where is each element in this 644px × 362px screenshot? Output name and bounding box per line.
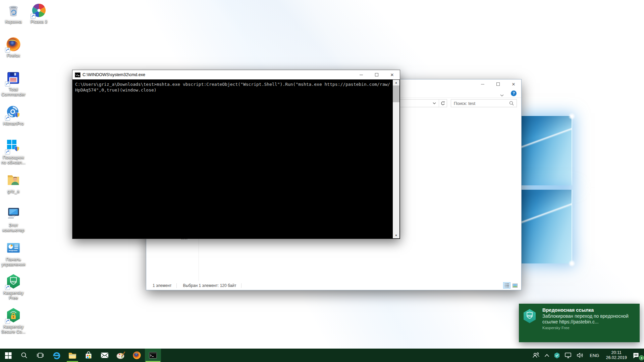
search-icon[interactable] bbox=[509, 101, 514, 106]
taskbar-clock[interactable]: 20:11 26.02.2019 bbox=[602, 349, 630, 362]
desktop-icon-label: Picasa 3 bbox=[25, 19, 52, 24]
cmd-icon bbox=[149, 352, 157, 359]
maximize-icon bbox=[375, 73, 378, 76]
show-hidden-icons-button[interactable] bbox=[542, 349, 552, 362]
details-view-button[interactable] bbox=[503, 282, 511, 289]
address-dropdown-button[interactable] bbox=[430, 100, 439, 107]
chevron-down-icon bbox=[500, 94, 504, 97]
start-button[interactable] bbox=[0, 349, 16, 362]
refresh-button[interactable] bbox=[439, 100, 447, 107]
desktop: Корзина Picasa 3 bbox=[0, 0, 644, 362]
desktop-icon-firefox[interactable]: Firefox bbox=[0, 37, 27, 58]
explorer-minimize-button[interactable] bbox=[475, 79, 490, 89]
taskbar-cmd-button[interactable] bbox=[145, 349, 161, 362]
volume-tray-icon[interactable] bbox=[574, 349, 586, 362]
task-view-button[interactable] bbox=[32, 349, 48, 362]
shortcut-arrow-icon bbox=[5, 285, 10, 290]
cmd-maximize-button[interactable] bbox=[369, 70, 384, 79]
scrollbar-thumb[interactable] bbox=[393, 85, 399, 102]
thumbnail-view-button[interactable] bbox=[511, 282, 519, 289]
search-query-text: Поиск: test bbox=[454, 101, 509, 106]
desktop-icon-label: Этот компьютер bbox=[0, 223, 27, 233]
taskbar-firefox-button[interactable] bbox=[129, 349, 145, 362]
notification-title: Вредоносная ссылка bbox=[542, 307, 630, 313]
cmd-titlebar[interactable]: C:\WINDOWS\system32\cmd.exe ✕ bbox=[72, 70, 400, 79]
microsoft-store-icon bbox=[84, 351, 93, 360]
desktop-icon-hitmanpro[interactable]: HitmanPro bbox=[0, 105, 27, 126]
desktop-icon-label: Корзина bbox=[0, 19, 27, 24]
kaspersky-tray-icon[interactable] bbox=[552, 349, 562, 362]
action-center-button[interactable]: 3 bbox=[630, 349, 644, 362]
notification-body: Заблокирован переход по вредоносной ссыл… bbox=[542, 313, 630, 325]
expand-ribbon-button[interactable] bbox=[500, 92, 504, 98]
clock-time: 20:11 bbox=[606, 350, 627, 355]
kaspersky-notification[interactable]: FREE Вредоносная ссылка Заблокирован пер… bbox=[519, 304, 640, 342]
desktop-icon-control-panel[interactable]: Панель управления bbox=[0, 240, 27, 267]
language-indicator[interactable]: ENG bbox=[586, 349, 602, 362]
desktop-icon-label: griz_a bbox=[0, 189, 27, 194]
console-line: C:\Users\griz_a\Downloads\test>mshta.exe… bbox=[75, 81, 393, 87]
svg-text:FREE: FREE bbox=[527, 315, 533, 317]
desktop-icon-this-pc[interactable]: Этот компьютер bbox=[0, 206, 27, 233]
explorer-maximize-button[interactable] bbox=[490, 79, 506, 89]
cmd-scrollbar[interactable]: ▲ ▼ bbox=[393, 80, 399, 238]
desktop-icon-user-folder[interactable]: griz_a bbox=[0, 172, 27, 194]
status-items-count: 1 элемент bbox=[153, 283, 172, 288]
close-icon: ✕ bbox=[390, 73, 394, 77]
taskbar-search-button[interactable] bbox=[16, 349, 32, 362]
shortcut-arrow-icon bbox=[5, 48, 10, 53]
task-view-icon bbox=[37, 352, 44, 358]
firefox-icon bbox=[132, 351, 141, 360]
people-button[interactable] bbox=[530, 349, 542, 362]
file-explorer-icon bbox=[68, 351, 77, 359]
desktop-icon-recycle-bin[interactable]: Корзина bbox=[0, 3, 27, 24]
kaspersky-free-badge-icon: FREE bbox=[523, 309, 536, 323]
svg-text:FREE: FREE bbox=[10, 280, 17, 283]
taskbar-store-button[interactable] bbox=[80, 349, 97, 362]
shortcut-arrow-icon bbox=[5, 116, 10, 121]
desktop-icon-update-assistant[interactable]: Помощник по обновл... bbox=[0, 138, 27, 165]
explorer-close-button[interactable]: ✕ bbox=[506, 79, 521, 89]
desktop-icon-label: Total Commander bbox=[0, 87, 27, 97]
desktop-icon-total-commander[interactable]: Total Commander bbox=[0, 70, 27, 97]
cmd-close-button[interactable]: ✕ bbox=[384, 70, 400, 79]
wallpaper-sparkle bbox=[568, 113, 576, 120]
desktop-icon-kaspersky-free[interactable]: FREE Kaspersky Free bbox=[0, 274, 27, 300]
notification-app-name: Kaspersky Free bbox=[542, 326, 630, 330]
network-tray-icon[interactable] bbox=[562, 349, 574, 362]
minimize-icon bbox=[481, 84, 484, 84]
chevron-up-icon bbox=[544, 354, 549, 357]
desktop-icon-label: Firefox bbox=[0, 53, 27, 58]
desktop-icon-label: Kaspersky Free bbox=[0, 290, 27, 300]
taskbar-mail-button[interactable] bbox=[97, 349, 113, 362]
wallpaper-window-pane bbox=[521, 190, 572, 263]
taskbar-edge-button[interactable] bbox=[48, 349, 64, 362]
search-input[interactable]: Поиск: test bbox=[451, 99, 517, 107]
wallpaper-window-pane bbox=[521, 116, 572, 185]
chevron-down-icon bbox=[433, 102, 436, 104]
desktop-icon-picasa[interactable]: Picasa 3 bbox=[25, 3, 52, 24]
cmd-window: C:\WINDOWS\system32\cmd.exe ✕ C:\Users\g… bbox=[72, 70, 400, 239]
wallpaper-sparkle bbox=[568, 260, 576, 267]
scroll-down-button[interactable]: ▼ bbox=[393, 233, 399, 238]
console-line: HpDAq574",0,true)(window.close) bbox=[75, 87, 393, 93]
shortcut-arrow-icon bbox=[5, 319, 10, 324]
help-button[interactable]: ? bbox=[511, 90, 517, 96]
cmd-console[interactable]: C:\Users\griz_a\Downloads\test>mshta.exe… bbox=[73, 80, 393, 238]
taskbar: ENG 20:11 26.02.2019 3 bbox=[0, 349, 644, 362]
desktop-icon-label: Панель управления bbox=[0, 257, 27, 267]
taskbar-explorer-button[interactable] bbox=[64, 349, 80, 362]
system-tray: ENG 20:11 26.02.2019 3 bbox=[530, 349, 644, 362]
action-center-icon bbox=[633, 352, 639, 359]
close-icon: ✕ bbox=[512, 82, 516, 86]
control-panel-icon bbox=[6, 240, 21, 256]
taskbar-paint-button[interactable] bbox=[113, 349, 129, 362]
scroll-up-button[interactable]: ▲ bbox=[393, 80, 399, 85]
recycle-bin-icon bbox=[6, 3, 21, 18]
search-icon bbox=[21, 352, 28, 359]
paint-icon bbox=[116, 351, 125, 359]
windows-logo-icon bbox=[5, 352, 12, 359]
cmd-minimize-button[interactable] bbox=[354, 70, 369, 79]
refresh-icon bbox=[441, 101, 445, 106]
desktop-icon-kaspersky-secure[interactable]: Kaspersky Secure Co... bbox=[0, 308, 27, 334]
